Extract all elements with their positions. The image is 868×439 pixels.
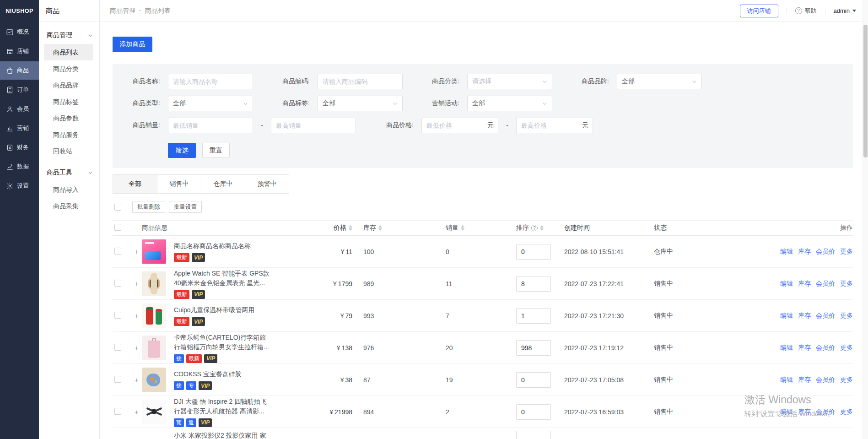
max-price-input[interactable] [516, 118, 593, 133]
action-会员价[interactable]: 会员价 [816, 312, 835, 320]
submenu-item-商品导入[interactable]: 商品导入 [39, 181, 99, 198]
action-库存[interactable]: 库存 [798, 248, 811, 256]
filter-submit-button[interactable]: 筛选 [168, 143, 196, 158]
action-库存[interactable]: 库存 [798, 376, 811, 384]
action-更多[interactable]: 更多 [840, 344, 853, 352]
sidebar-item-店铺[interactable]: 店铺 [0, 42, 39, 60]
sidebar-item-数据[interactable]: 数据 [0, 157, 39, 176]
product-title[interactable]: 卡帝乐鳄鱼(CARTELO)行李箱旅 [174, 333, 286, 342]
submenu-item-商品参数[interactable]: 商品参数 [39, 110, 99, 126]
min-price-input[interactable] [421, 118, 498, 133]
filter-select[interactable]: 全部 [318, 96, 403, 111]
action-库存[interactable]: 库存 [798, 344, 811, 352]
submenu-group-商品工具[interactable]: 商品工具 [39, 164, 99, 181]
sort-order-input[interactable] [516, 431, 551, 439]
row-checkbox[interactable] [114, 408, 121, 415]
sort-order-input[interactable] [516, 276, 551, 292]
product-title[interactable]: Cuipo儿童保温杯带吸管两用 [174, 305, 286, 315]
row-checkbox[interactable] [114, 312, 121, 319]
action-库存[interactable]: 库存 [798, 312, 811, 320]
submenu-item-商品品牌[interactable]: 商品品牌 [39, 77, 99, 93]
product-title[interactable]: 小米 米家投影仪2 投影仪家用 家 [174, 431, 286, 439]
tab-销售中[interactable]: 销售中 [157, 175, 201, 193]
help-button[interactable]: ? 帮助 [795, 7, 817, 15]
tab-仓库中[interactable]: 仓库中 [201, 175, 245, 193]
filter-reset-button[interactable]: 重置 [202, 143, 230, 158]
filter-select[interactable]: 请选择 [467, 74, 552, 89]
vertical-scrollbar[interactable] [863, 0, 868, 439]
expand-row-button[interactable]: + [131, 344, 142, 352]
product-title[interactable]: Apple Watch SE 智能手表 GPS款 [174, 269, 286, 278]
sidebar-item-会员[interactable]: 会员 [0, 100, 39, 118]
filter-select[interactable]: 全部 [467, 96, 552, 111]
submenu-item-商品采集[interactable]: 商品采集 [39, 198, 99, 214]
sort-order-input[interactable] [516, 244, 551, 260]
tab-预警中[interactable]: 预警中 [245, 175, 289, 193]
sort-order-input[interactable] [516, 404, 551, 420]
select-all-checkbox[interactable] [114, 224, 121, 231]
max-sales-input[interactable] [271, 118, 356, 133]
action-更多[interactable]: 更多 [840, 280, 853, 288]
action-编辑[interactable]: 编辑 [780, 344, 793, 352]
sort-arrows-icon[interactable] [461, 225, 464, 231]
action-编辑[interactable]: 编辑 [780, 376, 793, 384]
action-编辑[interactable]: 编辑 [780, 280, 793, 288]
filter-input[interactable] [318, 74, 403, 89]
add-product-button[interactable]: 添加商品 [113, 37, 152, 52]
breadcrumb-section[interactable]: 商品管理 [110, 7, 135, 15]
sort-help-icon[interactable]: ? [531, 225, 538, 231]
row-checkbox[interactable] [114, 248, 121, 255]
action-会员价[interactable]: 会员价 [816, 344, 835, 352]
submenu-item-商品列表[interactable]: 商品列表 [44, 44, 93, 60]
expand-row-button[interactable]: + [131, 248, 142, 255]
product-title[interactable]: DJI 大疆 悟 Inspire 2 四轴航拍飞 [174, 397, 286, 406]
action-更多[interactable]: 更多 [840, 376, 853, 384]
column-header-排序[interactable]: 排序? [505, 224, 553, 232]
scrollbar-thumb[interactable] [863, 25, 868, 157]
product-title[interactable]: 40毫米米金色铝金属表壳 星光... [174, 278, 286, 288]
row-checkbox[interactable] [114, 344, 121, 351]
row-checkbox[interactable] [114, 376, 121, 383]
tab-全部[interactable]: 全部 [113, 175, 157, 193]
filter-select[interactable]: 全部 [168, 96, 253, 111]
visit-shop-button[interactable]: 访问店铺 [740, 5, 778, 17]
action-更多[interactable]: 更多 [840, 408, 853, 416]
submenu-item-商品分类[interactable]: 商品分类 [39, 60, 99, 77]
action-库存[interactable]: 库存 [798, 408, 811, 416]
filter-select[interactable]: 全部 [617, 74, 702, 89]
action-更多[interactable]: 更多 [840, 312, 853, 320]
submenu-item-商品服务[interactable]: 商品服务 [39, 126, 99, 143]
submenu-item-回收站[interactable]: 回收站 [39, 143, 99, 159]
expand-row-button[interactable]: + [131, 376, 142, 384]
action-编辑[interactable]: 编辑 [780, 248, 793, 256]
action-会员价[interactable]: 会员价 [816, 248, 835, 256]
sort-order-input[interactable] [516, 372, 551, 388]
sidebar-item-财务[interactable]: 财务 [0, 138, 39, 157]
action-编辑[interactable]: 编辑 [780, 408, 793, 416]
sidebar-item-设置[interactable]: 设置 [0, 177, 39, 195]
batch-settings-button[interactable]: 批量设置 [169, 201, 202, 213]
action-会员价[interactable]: 会员价 [816, 280, 835, 288]
sort-order-input[interactable] [516, 308, 551, 324]
expand-row-button[interactable]: + [131, 280, 142, 287]
submenu-item-商品标签[interactable]: 商品标签 [39, 93, 99, 110]
submenu-group-商品管理[interactable]: 商品管理 [39, 27, 99, 44]
sort-order-input[interactable] [516, 340, 551, 356]
action-编辑[interactable]: 编辑 [780, 312, 793, 320]
product-title[interactable]: 行器变形无人机航拍器 高清影... [174, 406, 286, 416]
sidebar-item-商品[interactable]: 商品 [0, 61, 39, 80]
column-header-库存[interactable]: 库存 [352, 224, 434, 232]
product-title[interactable]: 商品名称商品名称商品名称 [174, 241, 286, 251]
sidebar-item-订单[interactable]: 订单 [0, 81, 39, 99]
sort-arrows-icon[interactable] [349, 225, 352, 231]
action-会员价[interactable]: 会员价 [816, 408, 835, 416]
sort-arrows-icon[interactable] [540, 225, 544, 231]
product-title[interactable]: COOKSS 宝宝餐盘硅胶 [174, 369, 286, 379]
action-会员价[interactable]: 会员价 [816, 376, 835, 384]
row-checkbox[interactable] [114, 280, 121, 287]
sort-arrows-icon[interactable] [378, 225, 382, 231]
action-更多[interactable]: 更多 [840, 248, 853, 256]
min-sales-input[interactable] [168, 118, 253, 133]
column-header-销量[interactable]: 销量 [434, 224, 505, 232]
column-header-价格[interactable]: 价格 [291, 224, 352, 232]
